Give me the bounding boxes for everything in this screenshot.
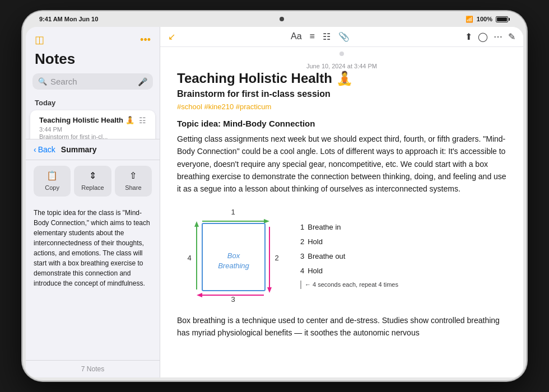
diagram-container: 1 2 3 (177, 204, 506, 305)
battery-percent: 100% (477, 16, 492, 22)
breathe-step-1: 1Breathe in (300, 220, 506, 235)
note-title: Teaching Holistic Health 🧘 (177, 71, 506, 87)
replace-label: Replace (81, 184, 104, 191)
more-toolbar-icon[interactable]: ⋯ (494, 31, 503, 42)
breathe-step-3: 3Breathe out (300, 249, 506, 264)
svg-text:4: 4 (187, 254, 191, 262)
sidebar-footer: 7 Notes (26, 360, 160, 377)
copy-icon: 📋 (36, 170, 68, 181)
checklist-icon[interactable]: ≡ (310, 31, 315, 42)
ipad-screen: ◫ ••• Notes 🔍 Search 🎤 Today Teaching Ho… (26, 27, 523, 377)
breathe-step-2: 2Hold (300, 235, 506, 249)
summary-panel-title: Summary (61, 145, 97, 154)
share-icon: ⇧ (117, 170, 150, 181)
topic-heading: Topic idea: Mind-Body Connection (177, 119, 506, 128)
toolbar-center: Aa ≡ ☷ 📎 (182, 31, 458, 42)
battery-icon (496, 16, 510, 22)
attach-icon[interactable]: 📎 (338, 31, 350, 42)
share-label: Share (125, 184, 141, 191)
side-note: ← 4 seconds each, repeat 4 times (300, 281, 506, 289)
note-tags: #school #kine210 #practicum (177, 102, 506, 111)
svg-text:2: 2 (274, 254, 278, 262)
svg-marker-8 (197, 293, 202, 297)
copy-label: Copy (45, 184, 59, 191)
svg-marker-11 (194, 221, 199, 227)
note-item-lines-icon: ☷ (139, 116, 146, 125)
copy-button[interactable]: 📋 Copy (34, 166, 71, 197)
note-date: June 10, 2024 at 3:44 PM (177, 59, 506, 71)
breathe-step-4: 4Hold (300, 264, 506, 278)
back-button[interactable]: ‹ Back (34, 145, 55, 154)
pencil-back-icon[interactable]: ↙ (168, 31, 175, 42)
diagram-labels: 1Breathe in 2Hold 3Breathe out 4Hold ← 4… (300, 220, 506, 289)
summary-text: The topic idea for the class is "Mind-Bo… (26, 202, 160, 360)
note-body: June 10, 2024 at 3:44 PM Teaching Holist… (160, 47, 523, 377)
status-time: 9:41 AM Mon Jun 10 (39, 16, 98, 22)
status-bar: 9:41 AM Mon Jun 10 📶 100% (22, 11, 527, 27)
note-body-text: Getting class assignments next week but … (177, 133, 506, 195)
replace-icon: ⇕ (76, 170, 109, 181)
sidebar-title: Notes (26, 50, 160, 73)
box-breathing-diagram: 1 2 3 (177, 204, 289, 305)
svg-text:1: 1 (231, 208, 235, 216)
mic-icon[interactable]: 🎤 (138, 77, 147, 86)
dot-indicator (339, 52, 344, 56)
sidebar-header: ◫ ••• (26, 27, 160, 50)
sidebar: ◫ ••• Notes 🔍 Search 🎤 Today Teaching Ho… (26, 27, 160, 377)
format-text-icon[interactable]: Aa (291, 31, 302, 42)
main-content: ↙ Aa ≡ ☷ 📎 ⬆ ◯ ⋯ ✎ June 10, 2024 at (160, 27, 523, 377)
note-bottom-text: Box breathing is a technique used to cen… (177, 314, 506, 339)
wifi-icon: 📶 (466, 16, 473, 23)
share-button[interactable]: ⇧ Share (115, 166, 152, 197)
search-placeholder: Search (50, 77, 134, 86)
camera-dot (280, 17, 284, 21)
summary-header: ‹ Back Summary (26, 139, 160, 160)
note-subtitle: Brainstorm for first in-class session (177, 89, 506, 99)
svg-text:3: 3 (231, 295, 235, 304)
search-note-icon[interactable]: ◯ (478, 31, 488, 42)
table-icon[interactable]: ☷ (323, 31, 331, 42)
svg-marker-5 (267, 287, 272, 293)
ipad-frame: 9:41 AM Mon Jun 10 📶 100% ◫ ••• Notes 🔍 … (22, 11, 527, 381)
svg-text:Breathing: Breathing (218, 262, 249, 270)
toolbar-right: ⬆ ◯ ⋯ ✎ (465, 31, 515, 42)
share-toolbar-icon[interactable]: ⬆ (465, 31, 472, 42)
new-note-icon[interactable]: ✎ (508, 31, 515, 42)
summary-panel: ‹ Back Summary 📋 Copy ⇕ Replace ⇧ (26, 139, 160, 377)
breathe-list: 1Breathe in 2Hold 3Breathe out 4Hold (300, 220, 506, 278)
sidebar-toggle-icon[interactable]: ◫ (35, 34, 44, 46)
section-today: Today (26, 96, 160, 110)
back-chevron-icon: ‹ (34, 145, 36, 154)
svg-text:Box: Box (227, 251, 240, 260)
sidebar-more-icon[interactable]: ••• (140, 34, 151, 46)
back-label: Back (38, 145, 55, 154)
summary-actions: 📋 Copy ⇕ Replace ⇧ Share (26, 160, 160, 202)
replace-button[interactable]: ⇕ Replace (74, 166, 111, 197)
status-right: 📶 100% (466, 16, 510, 23)
toolbar-left: ↙ (168, 31, 175, 42)
search-bar[interactable]: 🔍 Search 🎤 (32, 73, 153, 90)
search-icon: 🔍 (38, 77, 47, 86)
note-item-title-holistic: Teaching Holistic Health 🧘 (39, 116, 139, 124)
svg-marker-2 (264, 219, 269, 223)
note-item-time-holistic: 3:44 PM (39, 126, 146, 133)
main-toolbar: ↙ Aa ≡ ☷ 📎 ⬆ ◯ ⋯ ✎ (160, 27, 523, 47)
